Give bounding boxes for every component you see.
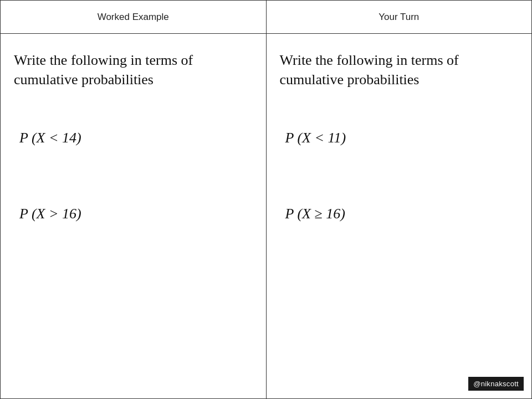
- content-row: Write the following in terms of cumulati…: [1, 34, 531, 398]
- header-worked-example: Worked Example: [1, 1, 267, 33]
- header-row: Worked Example Your Turn: [1, 1, 531, 34]
- watermark: @niknakscott: [468, 377, 524, 391]
- header-your-turn: Your Turn: [267, 1, 532, 33]
- right-column: Write the following in terms of cumulati…: [267, 34, 532, 398]
- watermark-text: @niknakscott: [473, 380, 519, 388]
- header-right-label: Your Turn: [378, 12, 419, 23]
- header-left-label: Worked Example: [98, 12, 169, 23]
- right-instruction: Write the following in terms of cumulati…: [280, 50, 519, 89]
- right-expression-2: P (X ≥ 16): [285, 204, 519, 224]
- left-expression-1: P (X < 14): [19, 128, 253, 148]
- left-expression-2: P (X > 16): [19, 204, 253, 224]
- page-container: Worked Example Your Turn Write the follo…: [0, 0, 532, 399]
- right-expression-1: P (X < 11): [285, 128, 519, 148]
- left-instruction: Write the following in terms of cumulati…: [14, 50, 253, 89]
- left-column: Write the following in terms of cumulati…: [1, 34, 267, 398]
